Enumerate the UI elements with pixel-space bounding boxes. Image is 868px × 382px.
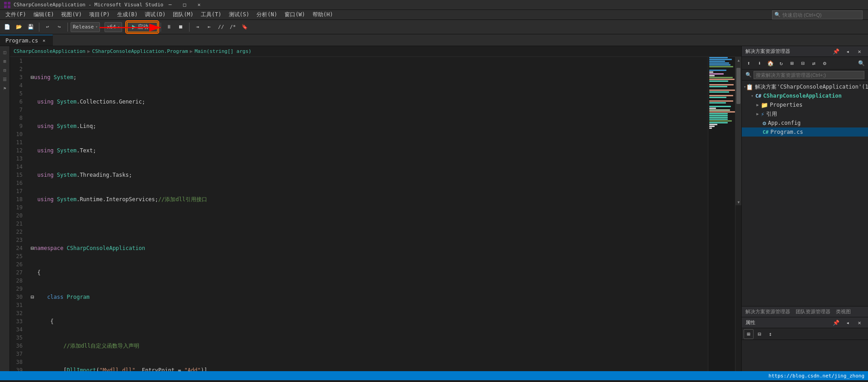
- tab-program-cs[interactable]: Program.cs ✕: [0, 35, 53, 46]
- toolbar-outdent-btn[interactable]: ⇤: [204, 22, 215, 33]
- appconfig-icon: ⚙: [763, 120, 766, 127]
- tree-item-appconfig[interactable]: ⚙ App.config: [742, 118, 868, 127]
- minimap-line: [709, 95, 733, 96]
- props-move-button[interactable]: ◂: [843, 318, 853, 328]
- props-category-button[interactable]: ⊟: [754, 329, 764, 339]
- toolbar-stop-btn[interactable]: ⏹: [175, 22, 186, 33]
- status-right: https://blog.csdn.net/jing_zhong: [768, 373, 864, 379]
- toolbar-comment-btn[interactable]: //: [216, 22, 227, 33]
- right-panel: 解决方案资源管理器 📌 ◂ ✕ ⬆ ⬇ 🏠 ↻ ⊞ ⊟ ⇄ ⚙ 🔍 🔍 ▾: [741, 46, 868, 371]
- maximize-button[interactable]: □: [178, 1, 191, 9]
- gutter-icon-4[interactable]: ☰: [1, 75, 9, 83]
- breadcrumb-namespace[interactable]: CSharpConsoleApplication: [14, 48, 85, 54]
- se-search-button[interactable]: 🔍: [856, 58, 866, 68]
- editor-scrollbar[interactable]: ▲ ▼: [735, 57, 741, 371]
- tree-item-references[interactable]: ▶ ⚡ 引用: [742, 109, 868, 118]
- se-toolbar-btn-2[interactable]: ⬇: [754, 58, 764, 68]
- props-grid-view-button[interactable]: ⊞: [744, 329, 754, 339]
- menu-debug[interactable]: 调试(D): [141, 10, 169, 20]
- se-toolbar-btn-6[interactable]: ⊟: [798, 58, 808, 68]
- tree-item-solution[interactable]: ▾ 📋 解决方案'CSharpConsoleApplication'(1 个项目…: [742, 82, 868, 91]
- gutter-icon-2[interactable]: ⊞: [1, 57, 9, 65]
- props-close-button[interactable]: ✕: [854, 318, 864, 328]
- minimap-line: [709, 106, 731, 107]
- menu-window[interactable]: 窗口(W): [281, 10, 309, 20]
- tree-item-programcs[interactable]: C# Program.cs: [742, 127, 868, 137]
- gutter-icon-3[interactable]: ⊟: [1, 66, 9, 74]
- props-pin-button[interactable]: 📌: [831, 318, 841, 328]
- toolbar-new-btn[interactable]: 📄: [2, 22, 13, 33]
- menu-file[interactable]: 文件(F): [2, 10, 30, 20]
- menu-project[interactable]: 项目(P): [85, 10, 114, 20]
- line-num-6: 6: [10, 98, 23, 106]
- gutter-icon-1[interactable]: ◫: [1, 48, 9, 56]
- code-line-13: [DllImport("Mydll.dll", EntryPoint = "Ad…: [31, 366, 708, 371]
- menu-test[interactable]: 测试(S): [225, 10, 253, 20]
- line-num-2: 2: [10, 65, 23, 73]
- line-num-21: 21: [10, 220, 23, 228]
- scroll-down-button[interactable]: ▼: [735, 199, 741, 205]
- toolbar-redo-btn[interactable]: ↪: [54, 22, 65, 33]
- toolbar-uncomment-btn[interactable]: /*: [228, 22, 238, 33]
- svg-rect-3: [8, 5, 10, 8]
- toolbar-bookmark-btn[interactable]: 🔖: [239, 22, 250, 33]
- scroll-thumb[interactable]: [736, 68, 740, 104]
- minimap-line: [709, 88, 711, 89]
- menu-bar: 文件(F) 编辑(E) 视图(V) 项目(P) 生成(B) 调试(D) 团队(M…: [0, 10, 868, 20]
- minimap-line: [709, 71, 713, 73]
- breadcrumb-method[interactable]: Main(string[] args): [194, 48, 251, 54]
- se-toolbar-btn-7[interactable]: ⇄: [809, 58, 819, 68]
- toolbar-open-btn[interactable]: 📂: [14, 22, 24, 33]
- solution-search-icon: 🔍: [745, 72, 752, 78]
- menu-edit[interactable]: 编辑(E): [30, 10, 58, 20]
- tab-close-button[interactable]: ✕: [41, 38, 47, 44]
- minimap-line: [709, 82, 711, 84]
- panel-move-button[interactable]: ◂: [843, 47, 853, 57]
- menu-tools[interactable]: 工具(T): [197, 10, 225, 20]
- se-toolbar-btn-3[interactable]: 🏠: [765, 58, 775, 68]
- menu-team[interactable]: 团队(M): [169, 10, 197, 20]
- toolbar-sep1: [39, 23, 39, 32]
- bottom-tab-team[interactable]: 团队资源管理器: [796, 307, 830, 317]
- close-button[interactable]: ✕: [192, 1, 206, 9]
- toolbar-pause-btn[interactable]: ⏸: [164, 22, 175, 33]
- tree-item-properties[interactable]: ▶ 📁 Properties: [742, 100, 868, 109]
- breadcrumb-class[interactable]: CSharpConsoleApplication.Program: [92, 48, 188, 54]
- config-dropdown[interactable]: Release ▾: [71, 22, 100, 32]
- platform-dropdown[interactable]: x64 ▾: [104, 22, 122, 32]
- menu-view[interactable]: 视图(V): [57, 10, 85, 20]
- bottom-tab-solution[interactable]: 解决方案资源管理器: [745, 307, 790, 317]
- toolbar-save-btn[interactable]: 💾: [25, 22, 36, 33]
- panel-pin-button[interactable]: 📌: [831, 47, 841, 57]
- gutter-icon-5[interactable]: ⚑: [1, 84, 9, 92]
- code-line-1: ⊟using System;: [31, 73, 708, 81]
- se-toolbar-btn-8[interactable]: ⚙: [820, 58, 830, 68]
- panel-close-button[interactable]: ✕: [854, 47, 864, 57]
- quick-launch-input[interactable]: [783, 12, 855, 18]
- minimap-line: [709, 93, 711, 94]
- menu-analyze[interactable]: 分析(N): [253, 10, 281, 20]
- line-num-24: 24: [10, 244, 23, 252]
- properties-panel: 属性 📌 ◂ ✕ ⊞ ⊟ ↕: [742, 317, 868, 371]
- toolbar-undo-btn[interactable]: ↩: [42, 22, 53, 33]
- menu-build[interactable]: 生成(B): [114, 10, 142, 20]
- run-button[interactable]: 启动 ▾: [127, 22, 158, 33]
- scroll-up-button[interactable]: ▲: [735, 57, 741, 63]
- title-text: CSharpConsoleApplication - Microsoft Vis…: [14, 2, 163, 8]
- props-sort-button[interactable]: ↕: [765, 329, 775, 339]
- minimize-button[interactable]: ─: [163, 1, 177, 9]
- config-label: Release: [73, 24, 94, 30]
- code-content[interactable]: ⊟using System; using System.Collections.…: [26, 57, 708, 371]
- se-toolbar-btn-4[interactable]: ↻: [776, 58, 786, 68]
- toolbar-indent-btn[interactable]: ⇥: [192, 22, 203, 33]
- minimap-line: [709, 99, 711, 100]
- se-toolbar-btn-5[interactable]: ⊞: [787, 58, 797, 68]
- line-num-26: 26: [10, 260, 23, 269]
- se-toolbar-btn-1[interactable]: ⬆: [744, 58, 754, 68]
- menu-help[interactable]: 帮助(H): [309, 10, 337, 20]
- solution-search-input[interactable]: [754, 71, 864, 79]
- minimap-line: [709, 62, 729, 64]
- bottom-tab-class[interactable]: 类视图: [836, 307, 851, 317]
- left-gutter: ◫ ⊞ ⊟ ☰ ⚑: [0, 46, 10, 371]
- tree-item-project[interactable]: ▾ C# CSharpConsoleApplication: [742, 91, 868, 100]
